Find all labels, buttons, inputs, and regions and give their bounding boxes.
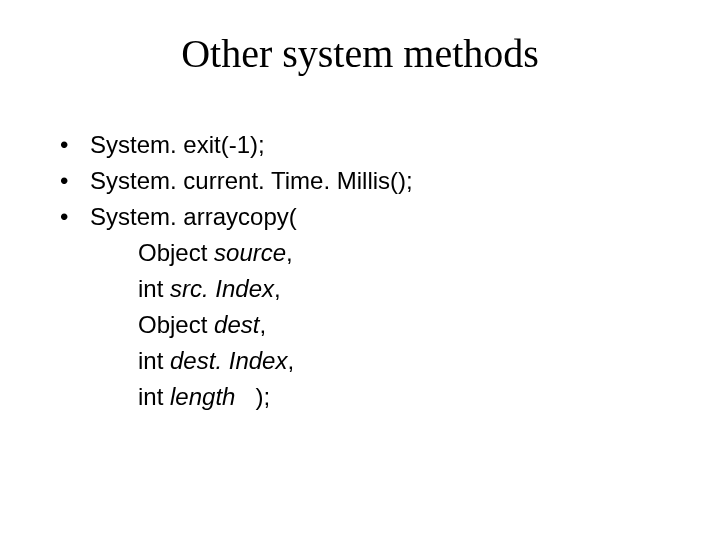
param-line-3: int dest. Index, [60,343,720,379]
param-name-3: dest. Index [170,347,287,374]
param-name-4: length [170,383,235,410]
param-suffix-3: , [287,347,294,374]
param-type-0: Object [138,239,214,266]
bullet-icon: • [60,127,90,163]
param-name-2: dest [214,311,259,338]
bullet-text-1: System. current. Time. Millis(); [90,163,413,199]
param-type-1: int [138,275,170,302]
bullet-icon: • [60,199,90,235]
bullet-item-0: • System. exit(-1); [60,127,720,163]
param-line-0: Object source, [60,235,720,271]
param-line-1: int src. Index, [60,271,720,307]
param-suffix-1: , [274,275,281,302]
bullet-item-1: • System. current. Time. Millis(); [60,163,720,199]
param-line-4: int length ); [60,379,720,415]
slide-title: Other system methods [0,30,720,77]
slide-content: • System. exit(-1); • System. current. T… [0,127,720,415]
bullet-item-2: • System. arraycopy( [60,199,720,235]
bullet-icon: • [60,163,90,199]
bullet-text-0: System. exit(-1); [90,127,265,163]
param-type-4: int [138,383,170,410]
param-name-0: source [214,239,286,266]
param-type-3: int [138,347,170,374]
param-type-2: Object [138,311,214,338]
bullet-text-2: System. arraycopy( [90,199,297,235]
param-name-1: src. Index [170,275,274,302]
param-suffix-0: , [286,239,293,266]
param-suffix-2: , [259,311,266,338]
param-line-2: Object dest, [60,307,720,343]
param-suffix-4: ); [235,383,270,410]
